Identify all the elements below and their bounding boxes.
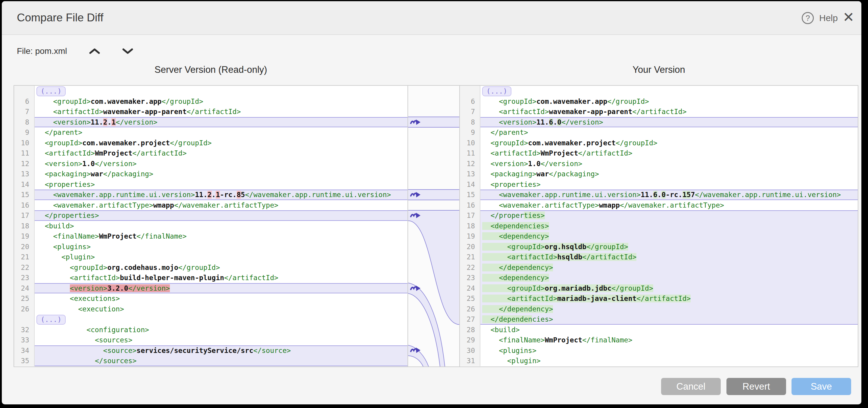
file-name-label: File: pom.xml [17,46,67,56]
diff-connectors [408,86,459,367]
code-line: 17 </properties> [14,210,407,221]
line-number: 29 [460,335,480,345]
line-number: 28 [460,325,480,335]
line-number: 10 [460,138,480,148]
close-icon[interactable]: ✕ [843,10,855,24]
line-number: 11 [14,148,35,159]
line-number: 21 [460,252,480,262]
code-line: 25 <executions> [14,293,407,304]
code-line: 21 <artifactId>hsqldb</artifactId> [460,252,858,262]
chevron-down-icon [122,47,133,55]
line-number: 6 [14,96,35,107]
code-line: 10 <groupId>com.wavemaker.project</group… [14,138,407,148]
next-file-button[interactable] [122,47,133,55]
line-number: 24 [460,283,480,294]
code-line: 15 <wavemaker.app.runtime.ui.version>11.… [460,190,858,200]
server-version-pane: (...)6 <groupId>com.wavemaker.app</group… [13,85,408,367]
line-number: 15 [460,190,480,200]
code-line: (...) [460,86,858,96]
line-number: 26 [14,304,35,314]
code-line: 26 </dependency> [460,304,858,314]
server-version-title: Server Version (Read-only) [13,64,408,75]
code-line: 8 <version>11.2.1</version> [14,117,407,128]
revert-button[interactable]: Revert [726,378,786,395]
line-number: 8 [460,117,480,128]
line-number: 12 [460,159,480,169]
code-line: 17 </properties> [460,210,858,221]
compare-file-diff-dialog: Compare File Diff ? Help ✕ File: pom.xml… [2,1,861,404]
code-line: 6 <groupId>com.wavemaker.app</groupId> [14,96,407,107]
code-line: 24 <groupId>org.mariadb.jdbc</groupId> [460,283,858,294]
dialog-title: Compare File Diff [17,11,103,24]
cancel-button[interactable]: Cancel [661,378,721,395]
line-number: 17 [14,210,35,221]
your-version-pane[interactable]: (...)6 <groupId>com.wavemaker.app</group… [459,85,858,367]
code-line: 30 <plugins> [460,345,858,356]
your-version-title: Your Version [459,64,858,75]
code-line: 7 <artifactId>wavemaker-app-parent</arti… [460,106,858,117]
code-line: 14 <properties> [14,179,407,190]
code-line: 11 <artifactId>WmProject</artifactId> [460,148,858,159]
line-number: 31 [460,355,480,366]
code-line: 23 <artifactId>build-helper-maven-plugin… [14,273,407,283]
line-number: 17 [460,210,480,221]
code-line: 16 <wavemaker.artifactType>wmapp</wavema… [460,200,858,211]
line-number: 20 [14,242,35,252]
line-number: 13 [460,169,480,179]
code-line: 34 <source>services/securityService/src<… [14,345,407,356]
line-number: 22 [14,262,35,273]
line-number: 14 [14,179,35,190]
code-line: 19 <dependency> [460,231,858,242]
code-line: 22 <groupId>org.codehaus.mojo</groupId> [14,262,407,273]
line-number: 23 [460,273,480,283]
code-line: 35 </sources> [14,355,407,366]
code-line: 9 </parent> [460,127,858,138]
code-line: 14 <properties> [460,179,858,190]
code-line: 20 <plugins> [14,242,407,252]
line-number: 27 [460,314,480,325]
code-line: 32 <configuration> [14,325,407,335]
code-line: 13 <packaging>war</packaging> [460,169,858,179]
line-number: 18 [14,221,35,231]
code-line: 25 <artifactId>mariadb-java-client</arti… [460,293,858,304]
code-line: 12 <version>1.0</version> [460,159,858,169]
file-nav: File: pom.xml [17,45,133,57]
line-number [460,86,480,96]
line-number: 21 [14,252,35,262]
line-number: 16 [14,200,35,211]
line-number: 30 [460,345,480,356]
line-number: 10 [14,138,35,148]
code-line: 6 <groupId>com.wavemaker.app</groupId> [460,96,858,107]
line-number: 6 [460,96,480,107]
line-number: 15 [14,190,35,200]
code-line: 23 <dependency> [460,273,858,283]
code-line: 33 <sources> [14,335,407,345]
save-button[interactable]: Save [792,378,851,395]
code-line: 19 <finalName>WmProject</finalName> [14,231,407,242]
line-number: 7 [460,106,480,117]
line-number: 16 [460,200,480,211]
dialog-header: Compare File Diff ? Help ✕ [2,1,861,35]
line-number [14,86,35,96]
line-number: 25 [460,293,480,304]
previous-file-button[interactable] [89,47,100,55]
code-line: (...) [14,314,407,325]
help-button[interactable]: ? Help [802,12,838,24]
line-number: 32 [14,325,35,335]
collapsed-region-marker[interactable]: (...) [36,87,66,96]
line-number: 11 [460,148,480,159]
diff-connector [408,210,459,325]
collapsed-region-marker[interactable]: (...) [482,87,512,96]
code-line: 12 <version>1.0</version> [14,159,407,169]
code-line: 22 </dependency> [460,262,858,273]
help-label: Help [819,13,838,23]
line-number [14,314,35,325]
collapsed-region-marker[interactable]: (...) [36,315,66,325]
line-number: 18 [460,221,480,231]
line-number: 25 [14,293,35,304]
line-number: 23 [14,273,35,283]
code-line: 18 <dependencies> [460,221,858,231]
line-number: 24 [14,283,35,294]
line-number: 9 [14,127,35,138]
line-number: 14 [460,179,480,190]
